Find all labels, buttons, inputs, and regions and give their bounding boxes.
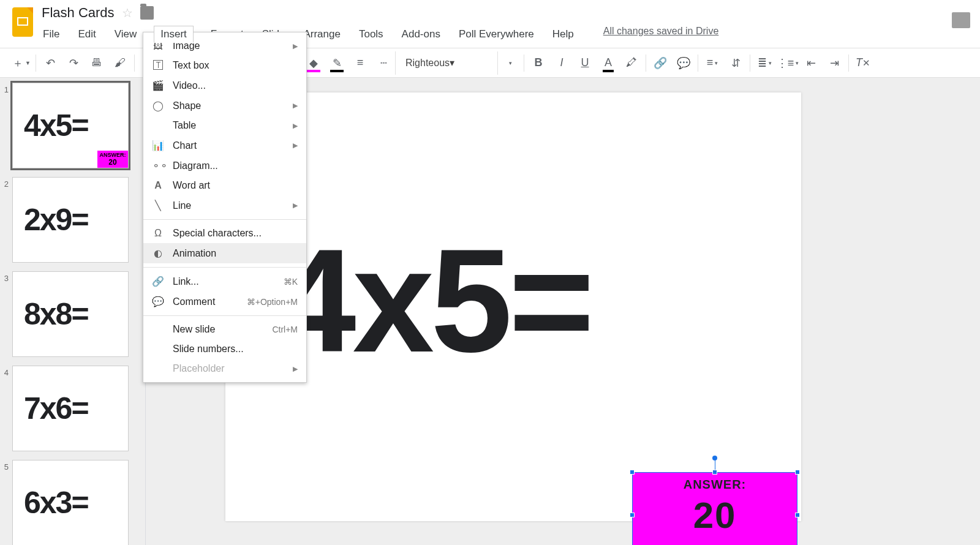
- insert-placeholder: Placeholder▶: [143, 359, 306, 378]
- bulleted-list-button[interactable]: ⋮≡▾: [776, 51, 799, 75]
- thumb-number: 1: [0, 83, 12, 168]
- insert-comment[interactable]: 💬Comment⌘+Option+M: [143, 291, 306, 312]
- submenu-arrow-icon: ▶: [293, 122, 298, 130]
- line-spacing-button[interactable]: ⇵: [724, 51, 747, 75]
- menu-arrange[interactable]: Arrange: [302, 26, 341, 43]
- thumb-number: 4: [0, 366, 12, 451]
- resize-handle[interactable]: [795, 470, 800, 475]
- add-comment-button[interactable]: 💬: [672, 51, 695, 75]
- link-button[interactable]: 🔗: [649, 51, 672, 75]
- omega-icon: Ω: [152, 228, 164, 239]
- menu-file[interactable]: File: [42, 26, 61, 43]
- insert-slide-numbers[interactable]: Slide numbers...: [143, 339, 306, 359]
- outdent-button[interactable]: ⇤: [799, 51, 823, 75]
- slide-question-text[interactable]: 4x5=: [274, 227, 591, 374]
- thumb-number: 2: [0, 177, 12, 263]
- video-icon: 🎬: [152, 80, 164, 91]
- thumb-text: 7x6=: [24, 391, 88, 426]
- thumb-text: 6x3=: [24, 485, 88, 521]
- font-size-select[interactable]: ▾: [498, 51, 521, 75]
- diagram-icon: ⚬⚬: [152, 160, 164, 171]
- submenu-arrow-icon: ▶: [293, 201, 298, 209]
- submenu-arrow-icon: ▶: [293, 141, 298, 149]
- menu-insert[interactable]: Insert: [154, 26, 194, 43]
- thumb-answer: ANSWER:20: [97, 151, 128, 168]
- undo-button[interactable]: ↶: [39, 51, 62, 75]
- insert-video[interactable]: 🎬Video...: [143, 75, 306, 96]
- underline-button[interactable]: U: [573, 51, 597, 75]
- svg-rect-3: [18, 18, 27, 24]
- shortcut: ⌘+Option+M: [247, 297, 298, 307]
- slide[interactable]: 4x5= ANSWER: 20: [225, 92, 801, 521]
- insert-link[interactable]: 🔗Link...⌘K: [143, 271, 306, 291]
- insert-shape[interactable]: ◯Shape▶: [143, 96, 306, 116]
- align-button[interactable]: ≡▾: [701, 51, 724, 75]
- menu-help[interactable]: Help: [551, 26, 575, 43]
- answer-box[interactable]: ANSWER: 20: [632, 472, 797, 545]
- font-select[interactable]: Righteous▾: [395, 51, 498, 75]
- menu-addons[interactable]: Add-ons: [401, 26, 442, 43]
- numbered-list-button[interactable]: ≣▾: [753, 51, 776, 75]
- thumb-5[interactable]: 6x3=: [12, 460, 129, 545]
- app-logo: [10, 6, 36, 40]
- italic-button[interactable]: I: [550, 51, 573, 75]
- insert-new-slide[interactable]: New slideCtrl+M: [143, 320, 306, 339]
- thumb-text: 8x8=: [24, 296, 88, 332]
- comments-button[interactable]: [952, 12, 970, 28]
- textbox-icon: 🅃: [152, 60, 164, 71]
- wordart-icon: A: [152, 180, 164, 191]
- insert-table[interactable]: Table▶: [143, 116, 306, 135]
- indent-button[interactable]: ⇥: [823, 51, 846, 75]
- insert-menu-dropdown: 🖼Image▶ 🅃Text box 🎬Video... ◯Shape▶ Tabl…: [143, 32, 307, 383]
- folder-icon[interactable]: [140, 6, 154, 20]
- line-icon: ╲: [152, 200, 164, 211]
- shape-icon: ◯: [152, 100, 164, 111]
- line-color-button[interactable]: ✎: [325, 51, 349, 75]
- insert-special-chars[interactable]: ΩSpecial characters...: [143, 224, 306, 243]
- resize-handle[interactable]: [630, 513, 635, 517]
- shortcut: Ctrl+M: [272, 325, 298, 334]
- thumb-4[interactable]: 7x6=: [12, 366, 129, 451]
- bold-button[interactable]: B: [527, 51, 550, 75]
- answer-label: ANSWER:: [633, 473, 797, 492]
- menu-edit[interactable]: Edit: [77, 26, 97, 43]
- slide-panel: 1 4x5= ANSWER:20 22x9= 38x8= 47x6= 56x3=: [0, 78, 146, 545]
- menu-view[interactable]: View: [113, 26, 138, 43]
- insert-chart[interactable]: 📊Chart▶: [143, 135, 306, 156]
- insert-animation[interactable]: ◐Animation: [143, 243, 306, 263]
- resize-handle[interactable]: [630, 470, 635, 475]
- paint-format-button[interactable]: 🖌: [108, 51, 132, 75]
- submenu-arrow-icon: ▶: [293, 365, 298, 373]
- submenu-arrow-icon: ▶: [293, 42, 298, 50]
- thumb-1[interactable]: 4x5= ANSWER:20: [12, 83, 129, 168]
- print-button[interactable]: 🖶: [85, 51, 108, 75]
- resize-handle[interactable]: [795, 513, 800, 517]
- thumb-2[interactable]: 2x9=: [12, 177, 129, 263]
- menu-poll[interactable]: Poll Everywhere: [458, 26, 535, 43]
- line-dash-button[interactable]: ┄: [372, 51, 395, 75]
- thumb-text: 2x9=: [24, 202, 88, 238]
- link-icon: 🔗: [152, 276, 164, 287]
- save-status[interactable]: All changes saved in Drive: [603, 26, 719, 43]
- shortcut: ⌘K: [284, 277, 298, 287]
- new-slide-button[interactable]: ＋▼: [10, 51, 33, 75]
- thumb-text: 4x5=: [24, 108, 88, 143]
- answer-value: 20: [633, 494, 797, 536]
- star-icon[interactable]: ☆: [122, 6, 133, 20]
- insert-diagram[interactable]: ⚬⚬Diagram...: [143, 156, 306, 176]
- clear-format-button[interactable]: T✕: [851, 51, 875, 75]
- insert-textbox[interactable]: 🅃Text box: [143, 56, 306, 75]
- highlight-button[interactable]: 🖍: [620, 51, 643, 75]
- redo-button[interactable]: ↷: [62, 51, 85, 75]
- insert-line[interactable]: ╲Line▶: [143, 195, 306, 216]
- menu-tools[interactable]: Tools: [358, 26, 385, 43]
- text-color-button[interactable]: A: [597, 51, 620, 75]
- thumb-3[interactable]: 8x8=: [12, 271, 129, 357]
- menubar: File Edit View Insert Format Slide Arran…: [42, 26, 952, 43]
- comment-icon: 💬: [152, 296, 164, 307]
- resize-handle[interactable]: [712, 470, 717, 475]
- doc-title[interactable]: Flash Cards: [42, 5, 115, 21]
- insert-wordart[interactable]: AWord art: [143, 176, 306, 195]
- line-weight-button[interactable]: ≡: [349, 51, 372, 75]
- submenu-arrow-icon: ▶: [293, 102, 298, 110]
